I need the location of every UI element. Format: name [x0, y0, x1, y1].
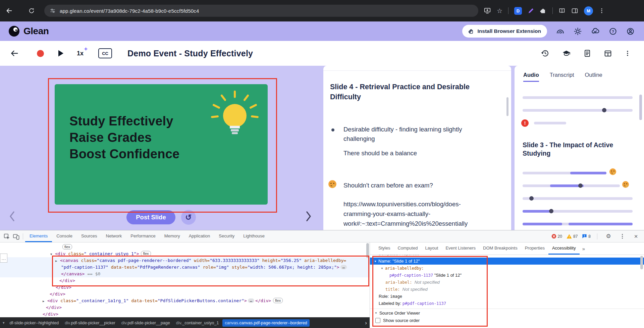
audio-progress-row[interactable] [515, 107, 644, 114]
code-overflow-indicator[interactable]: … [0, 254, 7, 263]
dom-tree-line[interactable]: </div> [0, 304, 370, 311]
sidebar-tab-computed[interactable]: Computed [394, 242, 421, 255]
transcript-doc-icon[interactable] [583, 49, 591, 57]
dom-tree-line[interactable]: "pdf-caption-1137" data-test="PdfPageRen… [0, 264, 370, 271]
node-link[interactable]: p#pdf-caption-1137 [402, 301, 446, 306]
dom-tree-line[interactable]: ▶<canvas class="canvas pdf-page-renderer… [0, 257, 370, 264]
reload-icon[interactable] [28, 7, 35, 14]
extension-pen-icon[interactable] [528, 8, 534, 14]
play-button[interactable] [57, 50, 64, 57]
breadcrumb-item[interactable]: div._container_ustyo_1 [174, 319, 221, 327]
show-source-order-checkbox[interactable] [375, 318, 380, 323]
breadcrumb-overflow-chevron[interactable]: › [365, 320, 368, 326]
a11y-row[interactable]: title: Not specified [370, 286, 644, 293]
slider-thumb[interactable] [529, 196, 534, 201]
error-badge[interactable]: 20 [551, 234, 562, 239]
breadcrumb-item[interactable]: canvas.canvas.pdf-page-renderer--bordere… [222, 319, 309, 327]
audio-progress-row[interactable] [515, 182, 644, 189]
slider-thumb[interactable] [549, 209, 553, 213]
post-slide-button[interactable]: Post Slide [126, 210, 175, 224]
extensions-puzzle-icon[interactable] [540, 7, 547, 14]
audio-progress-row[interactable] [515, 220, 644, 228]
dom-tree-line[interactable]: </div> [0, 277, 370, 284]
devtools-close-icon[interactable]: × [631, 232, 641, 241]
brightness-icon[interactable] [574, 27, 582, 36]
breadcrumb-item[interactable]: div.pdf-slide-picker__picker [62, 319, 118, 327]
sidebar-tab-styles[interactable]: Styles [375, 242, 394, 255]
breadcrumb-expand-icon[interactable]: ▾ [1, 321, 6, 325]
notes-scrollbar[interactable] [506, 97, 508, 116]
dom-tree-line[interactable]: </div> [0, 284, 370, 291]
devtools-tab-console[interactable]: Console [52, 230, 77, 242]
warning-badge[interactable]: 87 [567, 234, 578, 239]
help-icon[interactable]: ? [609, 27, 617, 36]
devtools-menu-icon[interactable] [618, 232, 627, 241]
sidebar-overflow-chevron[interactable]: » [580, 242, 588, 255]
cloud-sync-icon[interactable] [591, 27, 600, 36]
tab-transcript[interactable]: Transcript [550, 72, 574, 82]
note-link-text[interactable]: https://www.topuniversities.com/blog/doe… [343, 199, 478, 228]
dom-tree-line[interactable]: </div> [0, 291, 370, 297]
next-slide-chevron[interactable] [305, 211, 312, 222]
sidebar-tab-properties[interactable]: Properties [521, 242, 548, 255]
overflow-menu-icon[interactable] [625, 50, 631, 57]
page-scrollbar[interactable] [639, 95, 642, 120]
breadcrumb-item[interactable]: df-slide-picker--highlighted [7, 319, 61, 327]
reading-list-icon[interactable] [558, 7, 566, 14]
audio-track[interactable] [523, 197, 633, 200]
side-panel-icon[interactable] [571, 7, 578, 14]
slider-thumb[interactable] [578, 183, 583, 188]
audio-progress-row[interactable] [515, 94, 644, 101]
devtools-tab-lighthouse[interactable]: Lighthouse [239, 230, 269, 242]
tab-audio[interactable]: Audio [523, 72, 539, 82]
devtools-tab-network[interactable]: Network [102, 230, 126, 242]
audio-track[interactable] [523, 184, 620, 187]
dom-tree-line[interactable]: </canvas> == $0 [0, 271, 370, 277]
devtools-tab-sources[interactable]: Sources [77, 230, 102, 242]
a11y-row[interactable]: Labeled by: p#pdf-caption-1137 [370, 300, 644, 307]
devtools-tab-application[interactable]: Application [184, 230, 215, 242]
profile-avatar[interactable]: M [584, 6, 593, 15]
device-toolbar-icon[interactable] [11, 232, 21, 241]
devtools-tab-performance[interactable]: Performance [126, 230, 160, 242]
dom-tree-line[interactable]: ▶<div class="_container_1a1rg_1" data-te… [0, 297, 370, 304]
audio-progress-row[interactable] [515, 208, 644, 215]
sidebar-tab-layout[interactable]: Layout [421, 242, 442, 255]
captions-button[interactable]: CC [98, 48, 112, 58]
collapsed-content-icon[interactable]: … [248, 298, 254, 303]
devtools-tab-security[interactable]: Security [214, 230, 239, 242]
settings-gear-icon[interactable]: ⚙ [604, 232, 613, 241]
sidebar-scrollbar[interactable] [640, 256, 643, 269]
dom-tree-line[interactable]: </div> [0, 311, 370, 317]
a11y-row[interactable]: aria-label: Not specified [370, 279, 644, 286]
audio-progress-row[interactable] [515, 195, 644, 202]
layout-icon[interactable] [604, 49, 612, 58]
collapsed-content-icon[interactable]: … [340, 265, 347, 269]
rainbow-icon[interactable] [556, 27, 565, 36]
account-icon[interactable] [626, 27, 635, 36]
a11y-row[interactable]: ▼Name: "Slide 1 of 12" [370, 258, 644, 265]
browser-back-icon[interactable] [5, 7, 13, 14]
dom-tree-line[interactable]: ▼<div class="_container_ustyo_1">flex [0, 251, 370, 257]
url-bar[interactable]: app.glean.co/event/73a908dc-79c2-4a58-b9… [44, 5, 478, 17]
source-order-section[interactable]: ▼ Source Order Viewer [370, 309, 644, 317]
history-icon[interactable] [541, 49, 549, 58]
sidebar-tab-accessibility[interactable]: Accessibility [548, 242, 580, 255]
bookmark-star-icon[interactable]: ☆ [497, 8, 502, 14]
playback-speed[interactable]: 1x [77, 50, 84, 57]
issues-badge[interactable]: 8 [582, 234, 591, 239]
back-button[interactable] [10, 49, 19, 58]
audio-track[interactable] [534, 122, 566, 124]
a11y-row[interactable]: Role: image [370, 293, 644, 300]
dom-tree-line[interactable]: flex [0, 244, 370, 251]
sidebar-tab-dom-breakpoints[interactable]: DOM Breakpoints [479, 242, 521, 255]
glean-logo[interactable]: Glean [8, 25, 49, 37]
url-text[interactable]: app.glean.co/event/73a908dc-79c2-4a58-b9… [60, 8, 199, 14]
node-link[interactable]: p#pdf-caption-1137 [389, 273, 433, 278]
site-info-icon[interactable] [50, 8, 56, 14]
sidebar-tab-event-listeners[interactable]: Event Listeners [442, 242, 479, 255]
slide-canvas[interactable]: Study Effectively Raise Grades Boost Con… [55, 84, 268, 205]
extension-d-icon[interactable]: D [514, 7, 522, 15]
audio-track[interactable] [523, 210, 633, 213]
inspect-icon[interactable] [2, 232, 11, 241]
